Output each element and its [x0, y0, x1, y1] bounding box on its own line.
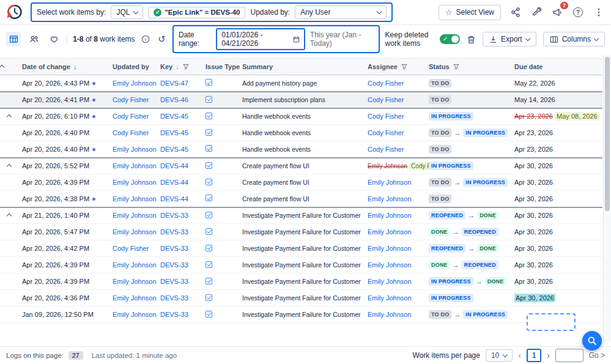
issue-key-link[interactable]: DEVS-33: [160, 261, 188, 269]
updated-by-link[interactable]: Cody Fisher: [113, 96, 149, 103]
updated-by-link[interactable]: Emily Johnson: [113, 261, 157, 269]
updated-by-link[interactable]: Cody Fisher: [113, 129, 149, 136]
columns-button[interactable]: Columns: [543, 32, 605, 46]
updated-by-link[interactable]: Emily Johnson: [113, 162, 157, 169]
table-row[interactable]: Apr 20, 2026, 4:42 PMCody FisherDEVS-33I…: [0, 240, 602, 257]
issue-key-link[interactable]: DEVS-33: [160, 212, 188, 219]
issue-key-link[interactable]: DEVS-45: [160, 129, 188, 136]
table-view-button[interactable]: [6, 32, 21, 46]
share-icon[interactable]: [509, 6, 522, 18]
collapse-group-icon[interactable]: [7, 114, 12, 119]
col-date-of-change[interactable]: Date of change ↓: [18, 59, 109, 75]
assignee-link[interactable]: Emily Johnson: [368, 278, 412, 285]
table-row[interactable]: Apr 20, 2026, 4:36 PMEmily JohnsonDEVS-3…: [0, 290, 602, 306]
assignee-link[interactable]: Emily Johnson: [368, 261, 412, 269]
updated-by-link[interactable]: Cody Fisher: [113, 245, 149, 252]
col-updated-by[interactable]: Updated by: [109, 59, 157, 75]
filter-icon[interactable]: [453, 64, 459, 70]
assignee-link[interactable]: Emily Johnson: [368, 212, 412, 219]
due-date-selected[interactable]: Apr 30, 2026: [514, 294, 555, 302]
collapse-group-icon[interactable]: [7, 164, 12, 169]
per-page-select[interactable]: 10: [486, 349, 513, 362]
info-icon[interactable]: [141, 33, 151, 45]
updated-by-link[interactable]: Emily Johnson: [113, 179, 157, 186]
col-issue-type[interactable]: Issue Type: [202, 59, 239, 75]
updated-by-link[interactable]: Cody Fisher: [113, 113, 149, 120]
assignee-link[interactable]: Cody Fisher: [368, 113, 404, 120]
date-range-input[interactable]: 01/01/2026 - 04/21/2026: [216, 28, 305, 50]
favorites-view-button[interactable]: [46, 32, 61, 46]
issue-key-link[interactable]: DEVS-33: [160, 245, 188, 252]
zoom-fab-button[interactable]: [582, 331, 602, 351]
col-status[interactable]: Status: [425, 59, 511, 75]
table-row[interactable]: Apr 20, 2026, 5:47 PMEmily JohnsonDEVS-3…: [0, 224, 602, 240]
issue-key-link[interactable]: DEVS-33: [160, 311, 188, 318]
select-view-button[interactable]: ☆ Select View: [439, 5, 501, 20]
next-page-button[interactable]: ›: [547, 351, 550, 360]
collapse-all-icon[interactable]: [0, 65, 4, 70]
issue-key-link[interactable]: DEVS-45: [160, 113, 188, 120]
sort-icon[interactable]: ↓: [176, 63, 179, 70]
issue-key-link[interactable]: DEVS-46: [160, 96, 188, 103]
export-button[interactable]: Export: [483, 32, 536, 46]
issue-key-link[interactable]: DEVS-33: [160, 278, 188, 285]
issue-key-link[interactable]: DEVS-47: [160, 80, 188, 87]
updated-by-link[interactable]: Emily Johnson: [113, 212, 157, 219]
table-row[interactable]: Apr 20, 2026, 4:40 PMEmily JohnsonDEVS-4…: [0, 141, 602, 158]
table-row[interactable]: Apr 20, 2026, 4:39 PMEmily JohnsonDEVS-3…: [0, 257, 602, 273]
col-assignee[interactable]: Assignee: [364, 59, 425, 75]
issue-key-link[interactable]: DEVS-44: [160, 195, 188, 202]
col-summary[interactable]: Summary: [239, 59, 364, 75]
issue-key-link[interactable]: DEVS-33: [160, 228, 188, 236]
updated-by-link[interactable]: Emily Johnson: [113, 146, 157, 153]
help-icon[interactable]: ?: [572, 6, 584, 18]
table-row[interactable]: Apr 20, 2026, 4:38 PMEmily JohnsonDEVS-4…: [0, 191, 602, 207]
assignee-link[interactable]: Cody Fisher: [368, 96, 404, 103]
updated-by-select[interactable]: Any User: [295, 6, 387, 19]
table-row[interactable]: Apr 20, 2026, 4:39 PMEmily JohnsonDEVS-4…: [0, 174, 602, 191]
assignee-link[interactable]: Cody Fisher: [368, 146, 404, 153]
due-date-edit-box[interactable]: [527, 313, 576, 331]
assignee-link[interactable]: Emily Johnson: [368, 311, 412, 318]
table-row[interactable]: Jan 09, 2026, 12:50 PMEmily JohnsonDEVS-…: [0, 306, 602, 323]
trash-icon[interactable]: [467, 33, 476, 45]
table-row[interactable]: Apr 21, 2026, 1:40 PMEmily JohnsonDEVS-3…: [0, 207, 602, 224]
more-menu-icon[interactable]: ⋮: [593, 6, 605, 18]
prev-page-button[interactable]: ‹: [518, 351, 521, 360]
issue-key-link[interactable]: DEVS-44: [160, 179, 188, 186]
filter-mode-select[interactable]: JQL: [111, 6, 143, 19]
filter-icon[interactable]: [183, 64, 189, 70]
vertical-scrollbar[interactable]: [603, 55, 611, 341]
filter-icon[interactable]: [401, 64, 407, 70]
updated-by-link[interactable]: Emily Johnson: [113, 278, 157, 285]
col-key[interactable]: Key ↓: [157, 59, 202, 75]
keep-deleted-toggle[interactable]: ✓: [440, 34, 460, 44]
go-button[interactable]: Go >: [589, 351, 605, 360]
issue-key-link[interactable]: DEVS-45: [160, 146, 188, 153]
issue-key-link[interactable]: DEVS-33: [160, 294, 188, 302]
updated-by-link[interactable]: Emily Johnson: [113, 311, 157, 318]
assignee-link[interactable]: Cody Fisher: [368, 80, 404, 87]
assignee-link[interactable]: Emily Johnson: [368, 294, 412, 302]
updated-by-link[interactable]: Emily Johnson: [113, 228, 157, 236]
updated-by-link[interactable]: Emily Johnson: [113, 294, 157, 302]
table-row[interactable]: Apr 20, 2026, 4:39 PMEmily JohnsonDEVS-3…: [0, 273, 602, 290]
updated-by-link[interactable]: Emily Johnson: [113, 195, 157, 202]
people-view-button[interactable]: [26, 32, 41, 46]
scrollbar-thumb[interactable]: [605, 57, 610, 211]
page-jump-input[interactable]: [555, 349, 583, 362]
current-page-button[interactable]: 1: [527, 349, 541, 362]
col-due-date[interactable]: Due date: [511, 59, 602, 75]
assignee-link[interactable]: Emily Johnson: [368, 228, 412, 236]
table-row[interactable]: Apr 20, 2026, 4:40 PMCody FisherDEVS-45H…: [0, 125, 602, 141]
collapse-all-header[interactable]: [0, 59, 18, 75]
table-row[interactable]: Apr 20, 2026, 4:41 PMCody FisherDEVS-46I…: [0, 92, 602, 108]
sort-desc-icon[interactable]: ↓: [73, 63, 77, 70]
history-refresh-icon[interactable]: ↺: [157, 33, 167, 45]
assignee-link[interactable]: Emily Johnson: [368, 195, 412, 202]
table-row[interactable]: Apr 20, 2026, 4:43 PMEmily JohnsonDEVS-4…: [0, 75, 602, 92]
assignee-link[interactable]: Cody Fisher: [368, 129, 404, 136]
assignee-link[interactable]: Emily Johnson: [368, 245, 412, 252]
table-row[interactable]: Apr 20, 2026, 5:52 PMEmily JohnsonDEVS-4…: [0, 158, 602, 174]
tools-icon[interactable]: [530, 6, 542, 18]
